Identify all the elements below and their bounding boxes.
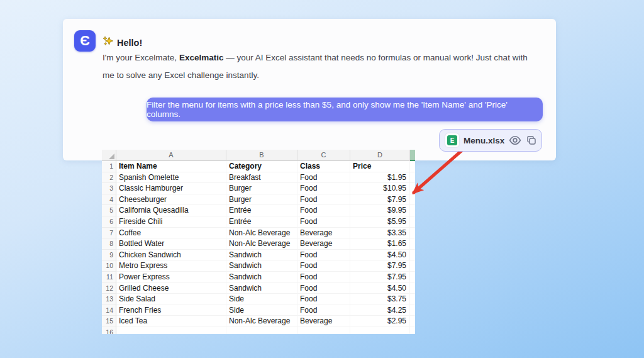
sheet-cell: Beverage: [297, 228, 350, 239]
row-number: 11: [102, 272, 116, 283]
sheet-cell: Class: [297, 161, 350, 172]
attachment-chip[interactable]: E Menu.xlsx: [439, 129, 542, 152]
sheet-cell: Food: [297, 205, 350, 216]
sheet-cell-e: [410, 194, 415, 206]
sheet-header-row: ABCD: [102, 150, 415, 161]
row-number: 4: [102, 194, 116, 206]
greeting-title: Hello!: [117, 38, 142, 48]
sheet-row: 5California QuesadillaEntréeFood$9.95: [102, 205, 415, 216]
sheet-cell: Sandwich: [226, 250, 297, 261]
sheet-cell: Food: [297, 183, 350, 194]
sheet-cell: $9.95: [350, 205, 410, 216]
sheet-cell: Food: [297, 260, 350, 272]
sheet-cell: $4.50: [350, 283, 410, 294]
sheet-cell: Entrée: [226, 205, 297, 216]
sheet-cell: Breakfast: [226, 172, 297, 184]
sheet-cell: $1.65: [350, 238, 410, 250]
attachment-filename: Menu.xlsx: [464, 136, 504, 145]
sheet-cell: Food: [297, 216, 350, 228]
sheet-row: 1Item NameCategoryClassPrice: [102, 161, 415, 172]
sheet-cell: Food: [297, 272, 350, 283]
sheet-cell: $4.25: [350, 305, 410, 316]
sheet-cell: Bottled Water: [116, 238, 226, 250]
sheet-cell: Price: [350, 161, 410, 172]
select-all-corner: [102, 150, 116, 161]
avatar-letter: Є: [80, 33, 90, 49]
sheet-row: 3Classic HamburgerBurgerFood$10.95: [102, 183, 415, 194]
sheet-cell: $1.95: [350, 172, 410, 184]
sheet-cell: Classic Hamburger: [116, 183, 226, 194]
row-number: 7: [102, 228, 116, 239]
sparkles-icon: [103, 36, 113, 49]
row-number: 1: [102, 161, 116, 172]
sheet-cell: [226, 327, 297, 334]
row-number: 16: [102, 327, 116, 334]
sheet-cell: Spanish Omelette: [116, 172, 226, 184]
select-all-triangle: [109, 154, 114, 159]
sheet-cell-e: [410, 272, 415, 283]
sheet-body: 1Item NameCategoryClassPrice2Spanish Ome…: [102, 161, 415, 334]
sheet-cell: Burger: [226, 194, 297, 206]
sheet-row: 7CoffeeNon-Alc BeverageBeverage$3.35: [102, 228, 415, 239]
row-number: 12: [102, 283, 116, 294]
sheet-cell: Cheeseburger: [116, 194, 226, 206]
sheet-cell: $2.95: [350, 316, 410, 327]
file-icon-letter: E: [450, 137, 455, 144]
sheet-cell: $3.35: [350, 228, 410, 239]
sheet-row: 11Power ExpressSandwichFood$7.95: [102, 272, 415, 283]
sheet-cell-e: [410, 172, 415, 184]
column-header-D: D: [350, 150, 410, 161]
sheet-cell: Food: [297, 172, 350, 184]
sheet-row: 10Metro ExpressSandwichFood$7.95: [102, 260, 415, 272]
column-header-A: A: [116, 150, 226, 161]
sheet-cell-e: [410, 327, 415, 334]
greeting-part1: I'm your Excelmate,: [103, 53, 179, 62]
sheet-cell: Sandwich: [226, 260, 297, 272]
assistant-avatar: Є: [74, 30, 96, 52]
sheet-row: 9Chicken SandwichSandwichFood$4.50: [102, 250, 415, 261]
sheet-row: 13Side SaladSideFood$3.75: [102, 294, 415, 305]
sheet-cell-e: [410, 305, 415, 316]
eye-preview-icon[interactable]: [509, 134, 521, 147]
sheet-cell-e: [410, 283, 415, 294]
sheet-cell: Food: [297, 283, 350, 294]
sheet-cell: Food: [297, 194, 350, 206]
row-number: 8: [102, 238, 116, 250]
sheet-cell: Metro Express: [116, 260, 226, 272]
column-header-B: B: [226, 150, 297, 161]
sheet-cell: Side: [226, 305, 297, 316]
row-number: 9: [102, 250, 116, 261]
sheet-cell-e: [410, 205, 415, 216]
sheet-row: 2Spanish OmeletteBreakfastFood$1.95: [102, 172, 415, 184]
sheet-cell: Coffee: [116, 228, 226, 239]
sheet-cell: Side Salad: [116, 294, 226, 305]
brand-name: Excelmatic: [179, 53, 224, 62]
sheet-cell: $7.95: [350, 260, 410, 272]
sheet-cell: French Fries: [116, 305, 226, 316]
sheet-cell: Category: [226, 161, 297, 172]
sheet-cell: $5.95: [350, 216, 410, 228]
sheet-cell: Food: [297, 294, 350, 305]
user-message-bubble: Filter the menu for items with a price l…: [147, 98, 543, 121]
sheet-cell: Non-Alc Beverage: [226, 316, 297, 327]
sheet-cell: $10.95: [350, 183, 410, 194]
sheet-cell-e: [410, 216, 415, 228]
sheet-cell-e: [410, 250, 415, 261]
sheet-cell: Burger: [226, 183, 297, 194]
column-header-selected: [410, 150, 415, 161]
row-number: 2: [102, 172, 116, 184]
sheet-cell: Fireside Chili: [116, 216, 226, 228]
spreadsheet: ABCD 1Item NameCategoryClassPrice2Spanis…: [102, 150, 415, 334]
sheet-cell-e: [410, 161, 415, 172]
copy-icon[interactable]: [526, 135, 537, 146]
sheet-cell-e: [410, 316, 415, 327]
row-number: 13: [102, 294, 116, 305]
sheet-cell: $3.75: [350, 294, 410, 305]
sheet-row: 8Bottled WaterNon-Alc BeverageBeverage$1…: [102, 238, 415, 250]
sheet-cell-e: [410, 238, 415, 250]
sheet-cell: Iced Tea: [116, 316, 226, 327]
sheet-cell: Non-Alc Beverage: [226, 228, 297, 239]
sheet-cell: Power Express: [116, 272, 226, 283]
sheet-cell: Beverage: [297, 316, 350, 327]
greeting-header: Hello!: [103, 36, 142, 49]
